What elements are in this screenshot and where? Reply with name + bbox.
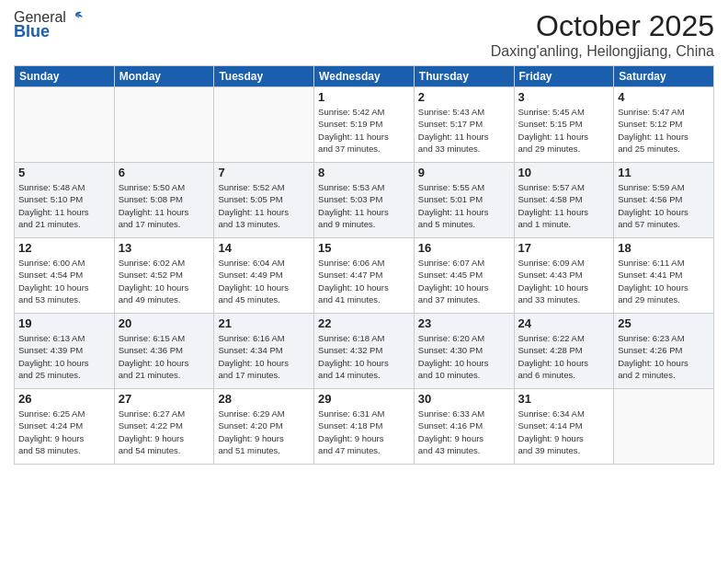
col-wednesday: Wednesday	[314, 66, 415, 87]
day-number: 22	[318, 316, 410, 330]
table-row: 9Sunrise: 5:55 AM Sunset: 5:01 PM Daylig…	[414, 163, 514, 238]
table-row	[614, 389, 714, 465]
day-number: 29	[318, 392, 410, 406]
table-row	[15, 87, 115, 163]
table-row: 21Sunrise: 6:16 AM Sunset: 4:34 PM Dayli…	[214, 314, 314, 389]
location: Daxing'anling, Heilongjiang, China	[491, 43, 714, 60]
day-number: 2	[418, 90, 510, 104]
day-info: Sunrise: 6:33 AM Sunset: 4:16 PM Dayligh…	[418, 408, 510, 456]
day-info: Sunrise: 5:55 AM Sunset: 5:01 PM Dayligh…	[418, 181, 510, 230]
day-number: 21	[218, 316, 310, 330]
logo-blue-text: Blue	[14, 22, 50, 41]
table-row: 10Sunrise: 5:57 AM Sunset: 4:58 PM Dayli…	[514, 163, 614, 238]
day-info: Sunrise: 6:04 AM Sunset: 4:49 PM Dayligh…	[218, 257, 310, 305]
calendar: Sunday Monday Tuesday Wednesday Thursday…	[14, 65, 714, 465]
calendar-week-row: 5Sunrise: 5:48 AM Sunset: 5:10 PM Daylig…	[15, 163, 714, 238]
day-info: Sunrise: 5:45 AM Sunset: 5:15 PM Dayligh…	[518, 106, 610, 155]
day-number: 14	[218, 241, 310, 255]
day-info: Sunrise: 6:22 AM Sunset: 4:28 PM Dayligh…	[518, 332, 610, 381]
day-number: 25	[618, 316, 710, 330]
day-info: Sunrise: 5:50 AM Sunset: 5:08 PM Dayligh…	[119, 181, 210, 230]
day-number: 16	[418, 241, 510, 255]
day-number: 26	[18, 392, 110, 406]
title-block: October 2025 Daxing'anling, Heilongjiang…	[491, 9, 714, 60]
table-row	[214, 87, 314, 163]
header: General Blue October 2025 Daxing'anling,…	[14, 9, 714, 60]
day-number: 4	[618, 90, 710, 104]
table-row: 12Sunrise: 6:00 AM Sunset: 4:54 PM Dayli…	[15, 238, 115, 314]
table-row: 2Sunrise: 5:43 AM Sunset: 5:17 PM Daylig…	[414, 87, 514, 163]
day-info: Sunrise: 6:15 AM Sunset: 4:36 PM Dayligh…	[119, 332, 210, 381]
table-row: 25Sunrise: 6:23 AM Sunset: 4:26 PM Dayli…	[614, 314, 714, 389]
day-info: Sunrise: 5:48 AM Sunset: 5:10 PM Dayligh…	[18, 181, 110, 230]
logo: General Blue	[14, 9, 84, 41]
table-row: 23Sunrise: 6:20 AM Sunset: 4:30 PM Dayli…	[414, 314, 514, 389]
day-info: Sunrise: 6:20 AM Sunset: 4:30 PM Dayligh…	[418, 332, 510, 381]
col-thursday: Thursday	[414, 66, 514, 87]
day-info: Sunrise: 6:06 AM Sunset: 4:47 PM Dayligh…	[318, 257, 410, 305]
table-row: 1Sunrise: 5:42 AM Sunset: 5:19 PM Daylig…	[314, 87, 415, 163]
day-info: Sunrise: 6:13 AM Sunset: 4:39 PM Dayligh…	[18, 332, 110, 381]
table-row: 28Sunrise: 6:29 AM Sunset: 4:20 PM Dayli…	[214, 389, 314, 465]
day-number: 15	[318, 241, 410, 255]
day-number: 10	[518, 166, 610, 179]
calendar-week-row: 19Sunrise: 6:13 AM Sunset: 4:39 PM Dayli…	[15, 314, 714, 389]
day-number: 3	[518, 90, 610, 104]
table-row: 18Sunrise: 6:11 AM Sunset: 4:41 PM Dayli…	[614, 238, 714, 314]
day-number: 13	[119, 241, 210, 255]
day-info: Sunrise: 6:18 AM Sunset: 4:32 PM Dayligh…	[318, 332, 410, 381]
day-number: 27	[119, 392, 210, 406]
day-number: 5	[18, 166, 110, 179]
day-number: 18	[618, 241, 710, 255]
day-number: 12	[18, 241, 110, 255]
table-row: 13Sunrise: 6:02 AM Sunset: 4:52 PM Dayli…	[114, 238, 214, 314]
day-info: Sunrise: 5:43 AM Sunset: 5:17 PM Dayligh…	[418, 106, 510, 155]
day-info: Sunrise: 6:11 AM Sunset: 4:41 PM Dayligh…	[618, 257, 710, 305]
day-number: 23	[418, 316, 510, 330]
day-number: 6	[119, 166, 210, 179]
table-row: 15Sunrise: 6:06 AM Sunset: 4:47 PM Dayli…	[314, 238, 415, 314]
table-row: 6Sunrise: 5:50 AM Sunset: 5:08 PM Daylig…	[114, 163, 214, 238]
calendar-week-row: 12Sunrise: 6:00 AM Sunset: 4:54 PM Dayli…	[15, 238, 714, 314]
day-info: Sunrise: 6:34 AM Sunset: 4:14 PM Dayligh…	[518, 408, 610, 456]
day-info: Sunrise: 5:59 AM Sunset: 4:56 PM Dayligh…	[618, 181, 710, 230]
day-info: Sunrise: 5:53 AM Sunset: 5:03 PM Dayligh…	[318, 181, 410, 230]
day-info: Sunrise: 6:07 AM Sunset: 4:45 PM Dayligh…	[418, 257, 510, 305]
table-row: 3Sunrise: 5:45 AM Sunset: 5:15 PM Daylig…	[514, 87, 614, 163]
day-info: Sunrise: 6:16 AM Sunset: 4:34 PM Dayligh…	[218, 332, 310, 381]
table-row: 7Sunrise: 5:52 AM Sunset: 5:05 PM Daylig…	[214, 163, 314, 238]
table-row: 16Sunrise: 6:07 AM Sunset: 4:45 PM Dayli…	[414, 238, 514, 314]
day-number: 20	[119, 316, 210, 330]
day-info: Sunrise: 6:23 AM Sunset: 4:26 PM Dayligh…	[618, 332, 710, 381]
day-number: 7	[218, 166, 310, 179]
day-info: Sunrise: 6:25 AM Sunset: 4:24 PM Dayligh…	[18, 408, 110, 456]
day-info: Sunrise: 6:31 AM Sunset: 4:18 PM Dayligh…	[318, 408, 410, 456]
col-monday: Monday	[114, 66, 214, 87]
calendar-week-row: 26Sunrise: 6:25 AM Sunset: 4:24 PM Dayli…	[15, 389, 714, 465]
table-row: 20Sunrise: 6:15 AM Sunset: 4:36 PM Dayli…	[114, 314, 214, 389]
day-info: Sunrise: 6:00 AM Sunset: 4:54 PM Dayligh…	[18, 257, 110, 305]
table-row: 17Sunrise: 6:09 AM Sunset: 4:43 PM Dayli…	[514, 238, 614, 314]
day-info: Sunrise: 6:02 AM Sunset: 4:52 PM Dayligh…	[119, 257, 210, 305]
table-row: 29Sunrise: 6:31 AM Sunset: 4:18 PM Dayli…	[314, 389, 415, 465]
day-number: 30	[418, 392, 510, 406]
calendar-week-row: 1Sunrise: 5:42 AM Sunset: 5:19 PM Daylig…	[15, 87, 714, 163]
day-info: Sunrise: 6:27 AM Sunset: 4:22 PM Dayligh…	[119, 408, 210, 456]
table-row: 24Sunrise: 6:22 AM Sunset: 4:28 PM Dayli…	[514, 314, 614, 389]
table-row: 11Sunrise: 5:59 AM Sunset: 4:56 PM Dayli…	[614, 163, 714, 238]
month-title: October 2025	[491, 9, 714, 43]
col-tuesday: Tuesday	[214, 66, 314, 87]
day-info: Sunrise: 6:09 AM Sunset: 4:43 PM Dayligh…	[518, 257, 610, 305]
table-row: 19Sunrise: 6:13 AM Sunset: 4:39 PM Dayli…	[15, 314, 115, 389]
day-info: Sunrise: 5:52 AM Sunset: 5:05 PM Dayligh…	[218, 181, 310, 230]
day-number: 19	[18, 316, 110, 330]
table-row: 22Sunrise: 6:18 AM Sunset: 4:32 PM Dayli…	[314, 314, 415, 389]
day-info: Sunrise: 5:47 AM Sunset: 5:12 PM Dayligh…	[618, 106, 710, 155]
table-row: 5Sunrise: 5:48 AM Sunset: 5:10 PM Daylig…	[15, 163, 115, 238]
col-saturday: Saturday	[614, 66, 714, 87]
table-row: 14Sunrise: 6:04 AM Sunset: 4:49 PM Dayli…	[214, 238, 314, 314]
table-row	[114, 87, 214, 163]
day-number: 24	[518, 316, 610, 330]
day-number: 9	[418, 166, 510, 179]
logo-bird-icon	[69, 11, 84, 24]
